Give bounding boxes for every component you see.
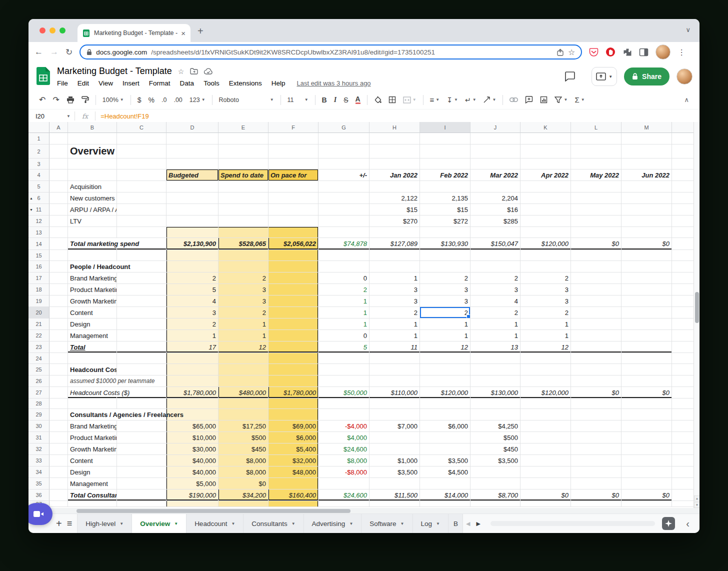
cell-F5[interactable] <box>268 181 318 192</box>
text-rotation-icon[interactable]: ▼ <box>484 96 496 103</box>
cell-I21[interactable]: 1 <box>420 318 470 330</box>
cell-C3[interactable] <box>117 158 166 170</box>
cell-F25[interactable] <box>268 364 318 376</box>
column-header-B[interactable]: B <box>68 122 117 133</box>
column-header-E[interactable]: E <box>218 122 268 133</box>
cell-N12[interactable] <box>672 216 694 227</box>
cell-G20[interactable]: 1 <box>318 307 370 318</box>
cell-E13[interactable] <box>218 227 268 238</box>
camera-bubble[interactable] <box>28 503 52 525</box>
column-header-I[interactable]: I <box>420 122 470 133</box>
cell-C18[interactable] <box>117 284 166 296</box>
cell-M22[interactable] <box>622 330 672 342</box>
row-header-32[interactable]: 32 <box>28 444 50 455</box>
cell-L17[interactable] <box>571 272 622 284</box>
menu-tools[interactable]: Tools <box>204 80 220 87</box>
row-header-16[interactable]: 16 <box>28 261 50 272</box>
cell-L31[interactable] <box>571 432 622 444</box>
cell-B14[interactable]: Total marketing spend <box>68 238 117 250</box>
sheet-tab-b[interactable]: B <box>448 514 463 533</box>
cell-I37[interactable] <box>420 501 470 507</box>
cell-F35[interactable] <box>268 478 318 490</box>
sheet-tab-high-level[interactable]: High-level▼ <box>77 514 132 533</box>
cell-B21[interactable]: Design <box>68 318 117 330</box>
account-avatar[interactable] <box>676 68 692 84</box>
cell-B33[interactable]: Content <box>68 455 117 466</box>
cell-C24[interactable] <box>117 353 166 364</box>
cell-I32[interactable] <box>420 444 470 455</box>
cell-A30[interactable] <box>50 420 68 432</box>
cell-E31[interactable]: $500 <box>218 432 268 444</box>
cell-J34[interactable] <box>470 466 520 478</box>
browser-profile-avatar[interactable] <box>656 44 670 60</box>
cell-K15[interactable] <box>520 250 571 261</box>
cell-F3[interactable] <box>268 158 318 170</box>
cell-L21[interactable] <box>571 318 622 330</box>
cell-H28[interactable] <box>370 398 420 409</box>
row-header-30[interactable]: 30 <box>28 420 50 432</box>
cell-L18[interactable] <box>571 284 622 296</box>
cell-I31[interactable] <box>420 432 470 444</box>
cell-J5[interactable] <box>470 181 520 192</box>
cell-D25[interactable] <box>166 364 218 376</box>
cell-K26[interactable] <box>520 376 571 387</box>
forward-icon[interactable]: → <box>50 47 58 57</box>
cell-N29[interactable] <box>672 409 694 420</box>
cell-M23[interactable] <box>622 342 672 353</box>
cell-H36[interactable]: $11,500 <box>370 490 420 501</box>
cell-N31[interactable] <box>672 432 694 444</box>
cell-J17[interactable]: 2 <box>470 272 520 284</box>
cell-D19[interactable]: 4 <box>166 296 218 307</box>
cell-G13[interactable] <box>318 227 370 238</box>
cell-K31[interactable] <box>520 432 571 444</box>
cell-A26[interactable] <box>50 376 68 387</box>
cell-L32[interactable] <box>571 444 622 455</box>
cell-D24[interactable] <box>166 353 218 364</box>
format-percent-icon[interactable]: % <box>148 96 154 104</box>
create-filter-icon[interactable]: ▼ <box>554 96 568 103</box>
cell-H33[interactable]: $1,000 <box>370 455 420 466</box>
cell-A19[interactable] <box>50 296 68 307</box>
insert-chart-icon[interactable] <box>540 96 548 104</box>
row-header-27[interactable]: 27 <box>28 387 50 398</box>
column-header-D[interactable]: D <box>166 122 218 133</box>
close-window-button[interactable] <box>40 28 46 34</box>
cell-N14[interactable] <box>672 238 694 250</box>
cell-I12[interactable]: $272 <box>420 216 470 227</box>
cell-H14[interactable]: $127,089 <box>370 238 420 250</box>
cell-E26[interactable] <box>218 376 268 387</box>
cell-K30[interactable] <box>520 420 571 432</box>
cell-K12[interactable] <box>520 216 571 227</box>
cell-K25[interactable] <box>520 364 571 376</box>
cell-K36[interactable]: $0 <box>520 490 571 501</box>
cell-H4[interactable]: Jan 2022 <box>370 170 420 181</box>
cell-H30[interactable]: $7,000 <box>370 420 420 432</box>
cell-H35[interactable] <box>370 478 420 490</box>
cell-H34[interactable]: $3,500 <box>370 466 420 478</box>
menu-format[interactable]: Format <box>149 80 170 87</box>
cell-I6[interactable]: 2,135 <box>420 192 470 204</box>
cell-N20[interactable] <box>672 307 694 318</box>
cell-G5[interactable] <box>318 181 370 192</box>
cell-B27[interactable]: Headcount Costs ($) <box>68 387 117 398</box>
sheet-tab-menu-icon[interactable]: ▼ <box>120 522 124 526</box>
cell-F37[interactable] <box>268 501 318 507</box>
row-header-15[interactable]: 15 <box>28 250 50 261</box>
cell-N5[interactable] <box>672 181 694 192</box>
row-header-31[interactable]: 31 <box>28 432 50 444</box>
cell-K16[interactable] <box>520 261 571 272</box>
cell-C31[interactable] <box>117 432 166 444</box>
vertical-scrollbar-thumb[interactable] <box>695 292 699 323</box>
cell-H37[interactable] <box>370 501 420 507</box>
horizontal-align-icon[interactable]: ≡▼ <box>430 96 440 104</box>
row-header-22[interactable]: 22 <box>28 330 50 342</box>
cell-K2[interactable] <box>520 144 571 158</box>
cell-H20[interactable]: 2 <box>370 307 420 318</box>
cell-N19[interactable] <box>672 296 694 307</box>
row-header-2[interactable]: 2 <box>28 144 50 158</box>
cell-J29[interactable] <box>470 409 520 420</box>
cell-L30[interactable] <box>571 420 622 432</box>
cell-D2[interactable] <box>166 144 218 158</box>
cell-G34[interactable]: -$8,000 <box>318 466 370 478</box>
cell-I25[interactable] <box>420 364 470 376</box>
